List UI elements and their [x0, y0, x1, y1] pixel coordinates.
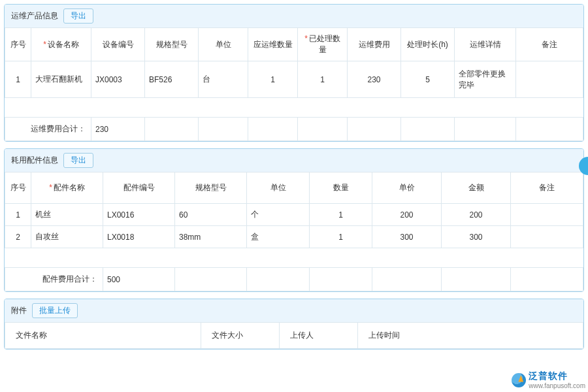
cell-amount: 300 [442, 226, 511, 248]
cell-spec: 38mm [175, 226, 247, 248]
parts-table: 序号 *配件名称 配件编号 规格型号 单位 数量 单价 金额 备注 1 机丝 L… [5, 172, 583, 291]
maintenance-panel-title: 运维产品信息 [11, 10, 58, 22]
cell-duration: 5 [401, 61, 455, 98]
col-part-name: *配件名称 [31, 172, 103, 204]
cell-unit: 台 [199, 61, 248, 98]
cell-remark [511, 226, 583, 248]
maintenance-total-row: 运维费用合计： 230 [5, 118, 583, 141]
table-row[interactable]: 1 机丝 LX0016 60 个 1 200 200 [5, 204, 583, 226]
parts-export-button[interactable]: 导出 [63, 153, 93, 168]
cell-remark [516, 61, 583, 98]
col-price: 单价 [372, 172, 442, 204]
col-remark: 备注 [511, 172, 583, 204]
cell-part-code: LX0016 [103, 204, 175, 226]
cell-seq: 2 [5, 226, 31, 248]
cell-device-name: 大理石翻新机 [31, 61, 91, 98]
col-detail: 运维详情 [455, 28, 516, 61]
maintenance-panel-header: 运维产品信息 导出 [5, 5, 583, 27]
col-remark: 备注 [516, 28, 583, 61]
cell-spec: 60 [175, 204, 247, 226]
col-unit: 单位 [247, 172, 310, 204]
cell-amount: 200 [442, 204, 511, 226]
col-seq: 序号 [5, 28, 31, 61]
cell-due-qty: 1 [248, 61, 298, 98]
attachments-table: 文件名称 文件大小 上传人 上传时间 [5, 322, 583, 349]
cell-price: 200 [372, 204, 442, 226]
cell-part-name: 自攻丝 [31, 226, 103, 248]
attachments-header-row: 文件名称 文件大小 上传人 上传时间 [5, 323, 583, 349]
cell-unit: 盒 [247, 226, 310, 248]
col-part-code: 配件编号 [103, 172, 175, 204]
parts-panel-header: 耗用配件信息 导出 [5, 149, 583, 172]
col-fee: 运维费用 [348, 28, 401, 61]
cell-part-code: LX0018 [103, 226, 175, 248]
col-duration: 处理时长(h) [401, 28, 455, 61]
attachments-panel-header: 附件 批量上传 [5, 299, 583, 322]
col-spec: 规格型号 [175, 172, 247, 204]
col-uploader: 上传人 [280, 323, 358, 349]
cell-seq: 1 [5, 204, 31, 226]
col-due-qty: 应运维数量 [248, 28, 298, 61]
table-row[interactable]: 1 大理石翻新机 JX0003 BF526 台 1 1 230 5 全部零件更换… [5, 61, 583, 98]
col-device-name: *设备名称 [31, 28, 91, 61]
cell-part-name: 机丝 [31, 204, 103, 226]
col-seq: 序号 [5, 172, 31, 204]
cell-device-code: JX0003 [91, 61, 145, 98]
parts-total-value: 500 [103, 268, 175, 291]
col-unit: 单位 [199, 28, 248, 61]
table-row[interactable]: 2 自攻丝 LX0018 38mm 盒 1 300 300 [5, 226, 583, 248]
col-size: 文件大小 [201, 323, 280, 349]
parts-panel: 耗用配件信息 导出 序号 *配件名称 配件编号 规格型号 单位 数量 单价 金额… [4, 148, 584, 292]
cell-unit: 个 [247, 204, 310, 226]
cell-detail: 全部零件更换完毕 [455, 61, 516, 98]
maintenance-products-panel: 运维产品信息 导出 序号 *设备名称 设备编号 规格型号 单位 应运维数量 *已… [4, 4, 584, 142]
maintenance-total-label: 运维费用合计： [5, 118, 91, 141]
cell-spec: BF526 [145, 61, 199, 98]
cell-price: 300 [372, 226, 442, 248]
cell-qty: 1 [310, 226, 372, 248]
col-time: 上传时间 [358, 323, 583, 349]
attachments-panel-title: 附件 [11, 305, 27, 316]
col-done-qty: *已处理数量 [298, 28, 348, 61]
cell-fee: 230 [348, 61, 401, 98]
parts-panel-title: 耗用配件信息 [11, 155, 58, 166]
cell-remark [511, 204, 583, 226]
col-amount: 金额 [442, 172, 511, 204]
maintenance-export-button[interactable]: 导出 [63, 8, 93, 24]
parts-header-row: 序号 *配件名称 配件编号 规格型号 单位 数量 单价 金额 备注 [5, 172, 583, 204]
col-spec: 规格型号 [145, 28, 199, 61]
batch-upload-button[interactable]: 批量上传 [32, 303, 78, 318]
cell-qty: 1 [310, 204, 372, 226]
parts-total-label: 配件费用合计： [5, 268, 103, 291]
col-qty: 数量 [310, 172, 372, 204]
maintenance-total-value: 230 [91, 118, 145, 141]
maintenance-header-row: 序号 *设备名称 设备编号 规格型号 单位 应运维数量 *已处理数量 运维费用 … [5, 28, 583, 61]
cell-done-qty: 1 [298, 61, 348, 98]
col-filename: 文件名称 [5, 323, 201, 349]
cell-seq: 1 [5, 61, 31, 98]
attachments-panel: 附件 批量上传 文件名称 文件大小 上传人 上传时间 [4, 299, 584, 350]
parts-total-row: 配件费用合计： 500 [5, 268, 583, 291]
maintenance-table: 序号 *设备名称 设备编号 规格型号 单位 应运维数量 *已处理数量 运维费用 … [5, 27, 583, 141]
col-device-code: 设备编号 [91, 28, 145, 61]
